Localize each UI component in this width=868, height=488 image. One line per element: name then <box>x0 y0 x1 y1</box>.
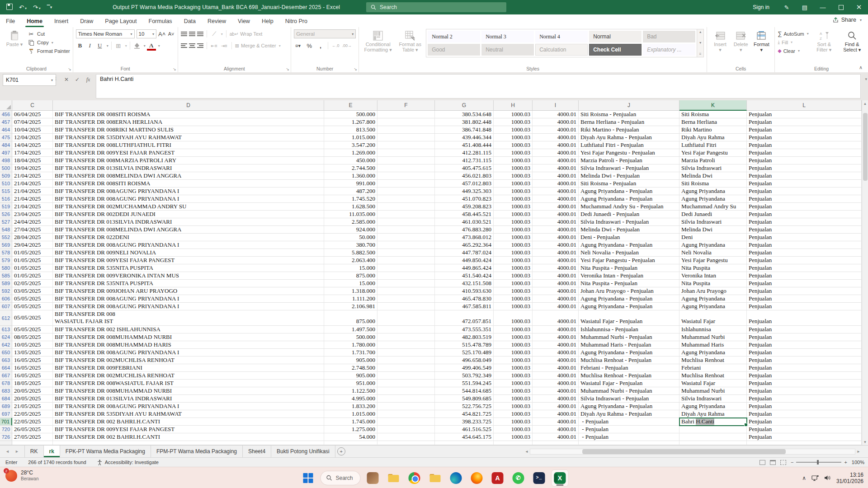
cell-D457[interactable]: BIF TRANSFER DR 008ERNA HERLIANA <box>53 118 324 126</box>
cell-G678[interactable]: 551.594.245 <box>435 380 494 387</box>
vertical-scrollbar[interactable]: ▲ ▼ <box>862 100 868 445</box>
cell-E497[interactable]: 1.269.000 <box>324 149 377 157</box>
cell-D697[interactable]: BIF TRANSFER DR 535DIYAH AYU RAHMAWAT <box>53 410 324 418</box>
row-header-548[interactable]: 548 <box>0 226 12 234</box>
cell-K456[interactable]: Siti Roisma <box>679 111 747 118</box>
cell-G689[interactable]: 522.756.725 <box>435 403 494 410</box>
cell-D683[interactable]: BIF TRANSFER DR 008MUHAMMAD NURBI <box>53 387 324 395</box>
cell-I726[interactable]: 4000.01 <box>533 433 579 441</box>
sign-in-button[interactable]: Sign in <box>745 4 778 10</box>
cell-C527[interactable]: 24/04/2025 <box>12 218 53 226</box>
tray-chevron-icon[interactable]: ∧ <box>802 475 806 481</box>
align-top-icon[interactable] <box>181 32 187 36</box>
cell-G509[interactable]: 456.021.803 <box>435 172 494 180</box>
cell-F552[interactable] <box>377 234 435 241</box>
cell-F683[interactable] <box>377 387 435 395</box>
cell-K663[interactable]: Muchlisa Renhoat <box>679 357 747 364</box>
ribbon-tab-nitro-pro[interactable]: Nitro Pro <box>279 16 313 27</box>
fill-handle[interactable] <box>744 423 748 427</box>
cell-F667[interactable] <box>377 372 435 380</box>
cell-K607[interactable]: Agung Priyandana <box>679 303 747 310</box>
cell-G497[interactable]: 412.281.115 <box>435 149 494 157</box>
cell-K498[interactable]: Marzia Patroli <box>679 157 747 164</box>
cell-G548[interactable]: 476.883.280 <box>435 226 494 234</box>
cell-K552[interactable]: Deni <box>679 234 747 241</box>
ribbon-tab-file[interactable]: File <box>0 16 21 27</box>
sheet-next-icon[interactable]: ► <box>15 449 19 454</box>
autosum-button[interactable]: ∑AutoSum ▾ <box>778 30 809 37</box>
cell-D667[interactable]: BIF TRANSFER DR 002MUCHLISA RENHOAT <box>53 372 324 380</box>
name-box[interactable]: K701▾ <box>3 74 56 86</box>
ribbon-tab-data[interactable]: Data <box>178 16 202 27</box>
cell-D650[interactable]: BIF TRANSFER DR 008AGUNG PRIYANDANA I <box>53 349 324 357</box>
ribbon-tab-draw[interactable]: Draw <box>74 16 99 27</box>
cell-D642[interactable]: BIF TRANSFER DR 008MUHAMMAD HARIS <box>53 341 324 349</box>
cell-D515[interactable]: BIF TRANSFER DR 008AGUNG PRIYANDANA I <box>53 188 324 195</box>
cell-K592[interactable]: Johan Aru Prayogo <box>679 287 747 295</box>
cell-F720[interactable] <box>377 426 435 433</box>
cell-H464[interactable]: 1000.03 <box>494 126 533 134</box>
cell-K606[interactable]: Agung Priyandana <box>679 295 747 303</box>
cell-G650[interactable]: 525.170.489 <box>435 349 494 357</box>
row-header-578[interactable]: 578 <box>0 249 12 257</box>
cell-L663[interactable]: Penjualan <box>747 357 862 364</box>
cell-J612[interactable]: Wasiatul Fajar - Penjualan <box>579 310 679 326</box>
cell-F663[interactable] <box>377 357 435 364</box>
cell-J585[interactable]: Veronika Intan - Penjualan <box>579 272 679 280</box>
cell-K569[interactable]: Agung Priyandana <box>679 241 747 249</box>
font-size-combo[interactable]: 10▾ <box>137 29 157 38</box>
cell-L585[interactable]: Penjualan <box>747 272 862 280</box>
cell-I519[interactable]: 4000.01 <box>533 203 579 211</box>
cell-F548[interactable] <box>377 226 435 234</box>
cell-K475[interactable]: Diyah Ayu Rahma <box>679 134 747 141</box>
style-tile-neutral[interactable]: Neutral <box>481 44 534 56</box>
cell-H678[interactable]: 1000.03 <box>494 380 533 387</box>
cell-F498[interactable] <box>377 157 435 164</box>
row-header-510[interactable]: 510 <box>0 180 12 188</box>
cell-K516[interactable]: Agung Priyandana <box>679 195 747 203</box>
cell-F456[interactable] <box>377 111 435 118</box>
cell-C624[interactable]: 08/05/2025 <box>12 333 53 341</box>
cell-I456[interactable]: 4000.01 <box>533 111 579 118</box>
row-header-592[interactable]: 592 <box>0 287 12 295</box>
row-header-664[interactable]: 664 <box>0 364 12 372</box>
row-header-552[interactable]: 552 <box>0 234 12 241</box>
cell-J667[interactable]: Muchlisa Renhoat - Penjualan <box>579 372 679 380</box>
cell-K726[interactable] <box>679 433 747 441</box>
column-header-C[interactable]: C <box>12 100 53 111</box>
cell-G580[interactable]: 449.865.424 <box>435 264 494 272</box>
cell-C607[interactable]: 05/05/2025 <box>12 303 53 310</box>
cell-H697[interactable]: 1000.03 <box>494 410 533 418</box>
cell-F592[interactable] <box>377 287 435 295</box>
cell-G642[interactable]: 515.478.789 <box>435 341 494 349</box>
cell-K650[interactable]: Agung Priyandana <box>679 349 747 357</box>
cell-L664[interactable]: Penjualan <box>747 364 862 372</box>
cell-K519[interactable]: Muchammad Andry Su <box>679 203 747 211</box>
cell-L684[interactable]: Penjualan <box>747 395 862 403</box>
scroll-down-icon[interactable]: ▼ <box>862 439 868 445</box>
format-painter-button[interactable]: Format Painter <box>27 47 70 55</box>
cell-H642[interactable]: 1000.03 <box>494 341 533 349</box>
row-header-515[interactable]: 515 <box>0 188 12 195</box>
cell-L498[interactable]: Penjualan <box>747 157 862 164</box>
cell-G684[interactable]: 549.809.685 <box>435 395 494 403</box>
cell-D510[interactable]: BIF TRANSFER DR 008SITI ROISMA <box>53 180 324 188</box>
cell-D464[interactable]: BIF TRANSFER DR 008RIKI MARTINO SULIS <box>53 126 324 134</box>
cell-J527[interactable]: Silvia Indraswari - Penjualan <box>579 218 679 226</box>
fill-color-icon[interactable] <box>133 42 141 50</box>
cell-L526[interactable]: Penjualan <box>747 211 862 218</box>
cell-H664[interactable]: 1000.03 <box>494 364 533 372</box>
cell-I516[interactable]: 4000.01 <box>533 195 579 203</box>
cell-E516[interactable]: 1.745.520 <box>324 195 377 203</box>
align-center-icon[interactable] <box>189 43 195 48</box>
cell-D552[interactable]: BIF TRANSFER DR 022DENI <box>53 234 324 241</box>
cell-L578[interactable]: Penjualan <box>747 249 862 257</box>
cell-F689[interactable] <box>377 403 435 410</box>
cell-H650[interactable]: 1000.03 <box>494 349 533 357</box>
sheet-tab-rk[interactable]: RK <box>24 446 44 457</box>
cell-I650[interactable]: 4000.01 <box>533 349 579 357</box>
cell-L589[interactable]: Penjualan <box>747 280 862 287</box>
style-tile-check-cell[interactable]: Check Cell <box>589 44 642 56</box>
cell-H516[interactable]: 1000.03 <box>494 195 533 203</box>
cell-I580[interactable]: 4000.01 <box>533 264 579 272</box>
